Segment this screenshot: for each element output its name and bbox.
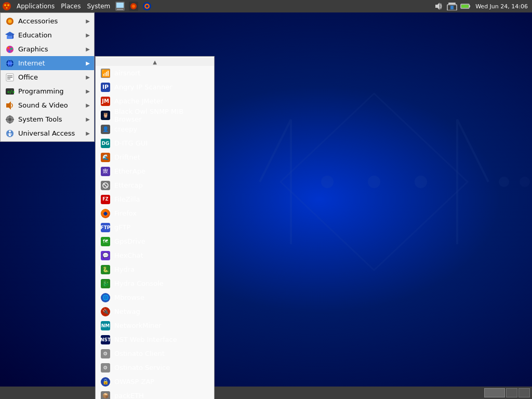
taskbar-btn-1[interactable] <box>484 388 505 397</box>
etherape-icon: 🕸 <box>101 167 110 176</box>
ostinato-client-icon: ⚙ <box>101 349 110 358</box>
taskbar-btn-2[interactable] <box>506 388 517 397</box>
submenu-apache-jmeter[interactable]: JM Apache JMeter <box>96 94 214 108</box>
submenu-filezilla[interactable]: FZ FileZilla <box>96 192 214 206</box>
svg-rect-24 <box>469 5 470 7</box>
svg-point-9 <box>6 7 8 9</box>
system-menu[interactable]: System <box>84 0 113 12</box>
gftp-label: gFTP <box>114 223 130 231</box>
svg-point-15 <box>132 5 135 8</box>
places-menu[interactable]: Places <box>58 0 84 12</box>
menu-item-accessories[interactable]: Accessories ▶ <box>1 14 94 28</box>
graphics-arrow: ▶ <box>86 46 90 52</box>
accessories-label: Accessories <box>18 17 86 25</box>
programming-arrow: ▶ <box>86 88 90 94</box>
menu-item-graphics[interactable]: Graphics ▶ <box>1 42 94 56</box>
menu-item-office[interactable]: Office ▶ <box>1 70 94 84</box>
accessories-arrow: ▶ <box>86 18 90 24</box>
ditg-label: D-ITG GUI <box>114 139 148 147</box>
menu-item-programming[interactable]: </> Programming ▶ <box>1 84 94 98</box>
hexchat-icon: 💬 <box>101 251 110 260</box>
owasp-zap-icon: 🔒 <box>101 377 110 387</box>
svg-point-3 <box>415 176 427 188</box>
svg-point-5 <box>520 177 530 187</box>
office-label: Office <box>18 73 86 81</box>
education-label: Education <box>18 31 86 39</box>
submenu-netwag[interactable]: 🔌 Netwag <box>96 304 214 318</box>
submenu-ditg[interactable]: DG D-ITG GUI <box>96 136 214 150</box>
gnome-icon <box>1 1 12 12</box>
taskbar-right <box>484 388 532 397</box>
applications-menu[interactable]: Applications <box>14 0 58 12</box>
svg-rect-12 <box>117 9 123 10</box>
universal-access-arrow: ▶ <box>86 130 90 136</box>
svg-rect-22 <box>450 6 454 9</box>
nst-web-icon: NST <box>101 335 110 344</box>
submenu-hydra-console[interactable]: 🐉 Hydra Console <box>96 276 214 290</box>
network-icon[interactable] <box>446 1 458 12</box>
panel-quicklaunch-1[interactable] <box>114 1 126 12</box>
hydra-label: Hydra <box>114 265 135 273</box>
menu-item-universal-access[interactable]: Universal Access ▶ <box>1 126 94 140</box>
submenu-ostinato-service[interactable]: ⚙ Ostinato Service <box>96 361 214 375</box>
submenu-airsnort[interactable]: 📶 airsnort <box>96 66 214 80</box>
taskbar-btn-3[interactable] <box>518 388 530 397</box>
angry-ip-icon: IP <box>101 83 110 92</box>
submenu-ettercap[interactable]: Ettercap <box>96 178 214 192</box>
svg-rect-68 <box>9 115 10 117</box>
network-miner-icon: NM <box>101 321 110 330</box>
mbrowse-label: Mbrowse <box>114 294 144 301</box>
battery-icon[interactable] <box>460 1 471 12</box>
menu-item-education[interactable]: Education ▶ <box>1 28 94 42</box>
submenu-firefox[interactable]: Firefox <box>96 206 214 220</box>
submenu-hydra[interactable]: 🐍 Hydra <box>96 262 214 276</box>
ostinato-service-icon: ⚙ <box>101 363 110 373</box>
datetime-display[interactable]: Wed Jun 24, 14:06 <box>473 3 530 10</box>
submenu-nst-web[interactable]: NST NST Web Interface <box>96 332 214 347</box>
submenu-ostinato-client[interactable]: ⚙ Ostinato Client <box>96 347 214 361</box>
submenu-etherape[interactable]: 🕸 EtherApe <box>96 164 214 178</box>
submenu-packeth[interactable]: 📦 packETH <box>96 389 214 399</box>
netwag-label: Netwag <box>114 308 140 315</box>
black-owl-icon: 🦉 <box>101 111 110 120</box>
submenu-gpsdrive[interactable]: 🗺 GpsDrive <box>96 234 214 248</box>
applications-menu-panel: Accessories ▶ Education ▶ Graphics ▶ <box>0 12 95 142</box>
office-icon <box>5 72 15 83</box>
volume-icon[interactable] <box>433 1 444 12</box>
taskbar <box>0 387 532 399</box>
submenu-owasp-zap[interactable]: 🔒 OWASP ZAP <box>96 375 214 389</box>
svg-rect-71 <box>12 119 14 120</box>
accessories-icon <box>5 16 15 26</box>
submenu-driftnet[interactable]: 🌊 Driftnet <box>96 150 214 164</box>
svg-point-51 <box>8 50 10 52</box>
submenu-gftp[interactable]: FTP gFTP <box>96 220 214 234</box>
svg-marker-65 <box>6 101 11 110</box>
driftnet-label: Driftnet <box>114 153 140 161</box>
scroll-up-indicator[interactable]: ▲ <box>96 58 214 66</box>
etherape-label: EtherApe <box>114 167 145 175</box>
ditg-icon: DG <box>101 139 110 148</box>
submenu-angry-ip[interactable]: IP Angry IP Scanner <box>96 80 214 94</box>
submenu-hexchat[interactable]: 💬 HexChat <box>96 248 214 262</box>
gpsdrive-icon: 🗺 <box>101 237 110 246</box>
svg-rect-21 <box>448 3 456 4</box>
education-arrow: ▶ <box>86 32 90 38</box>
submenu-network-miner[interactable]: NM NetworkMiner <box>96 318 214 332</box>
submenu-creepy[interactable]: 👤 creepy <box>96 122 214 136</box>
svg-point-67 <box>8 118 11 121</box>
menu-item-internet[interactable]: Internet ▶ ▲ 📶 airsnort IP Angry IP Scan… <box>1 56 94 70</box>
packeth-label: packETH <box>114 392 144 399</box>
svg-rect-70 <box>6 119 8 120</box>
firefox-label: Firefox <box>114 209 137 217</box>
menu-item-system-tools[interactable]: System Tools ▶ <box>1 112 94 126</box>
submenu-black-owl[interactable]: 🦉 Black Owl SNMP MIB Browser <box>96 108 214 122</box>
menu-item-sound-video[interactable]: Sound & Video ▶ <box>1 98 94 112</box>
panel-firefox-icon[interactable] <box>141 1 153 12</box>
panel-quicklaunch-2[interactable] <box>128 1 139 12</box>
mbrowse-icon: 🌐 <box>101 293 110 302</box>
svg-text:</>: </> <box>7 90 15 95</box>
filezilla-icon: FZ <box>101 195 110 204</box>
airsnort-icon: 📶 <box>101 69 110 78</box>
svg-rect-46 <box>7 36 13 39</box>
submenu-mbrowse[interactable]: 🌐 Mbrowse <box>96 290 214 304</box>
